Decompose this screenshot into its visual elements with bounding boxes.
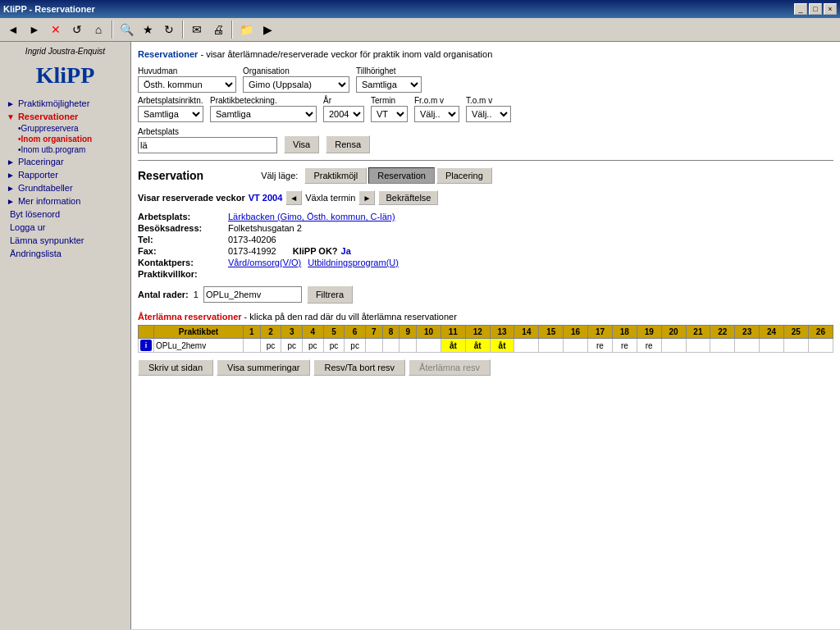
sidebar-item-praktikmojligheter[interactable]: ► Praktikmöjligheter — [3, 97, 127, 110]
cell-w4: pc — [303, 339, 324, 353]
sidebar: Ingrid Joustra-Enquist KliPP ► Praktikmö… — [0, 42, 131, 629]
kontaktpers-link1[interactable]: Vård/omsorg(V/O) — [228, 258, 301, 267]
select-from-v[interactable]: Välj.. — [414, 106, 459, 122]
reservation-button[interactable]: Reservation — [368, 167, 435, 184]
placering-button[interactable]: Placering — [436, 167, 492, 184]
label-ar: År — [323, 96, 364, 105]
arrow-icon-mer-information: ► — [7, 197, 15, 206]
toolbar: ◄ ► ✕ ↺ ⌂ 🔍 ★ ↻ ✉ 🖨 📁 ▶ — [0, 18, 840, 42]
th-w16: 16 — [564, 326, 588, 339]
select-organisation[interactable]: Gimo (Uppsala) — [243, 76, 349, 93]
select-arbetsplatsinriktn[interactable]: Samtliga — [138, 106, 203, 122]
page-title-bar: Reservationer - visar återlämnade/reserv… — [138, 48, 833, 60]
media-button[interactable]: ▶ — [258, 20, 277, 39]
termin-value: VT 2004 — [249, 193, 283, 203]
select-praktikbeteckning[interactable]: Samtliga — [210, 106, 317, 122]
cell-icon: i — [139, 339, 154, 353]
sidebar-item-logga-ur[interactable]: Logga ur — [3, 221, 127, 234]
kontaktpers-link2[interactable]: Utbildningsprogram(U) — [308, 258, 399, 267]
sidebar-item-inom-organisation[interactable]: Inom organisation — [15, 134, 127, 144]
select-huvudman[interactable]: Östh. kommun — [138, 76, 236, 93]
toolbar-separator — [112, 21, 113, 39]
visa-button[interactable]: Visa — [284, 135, 319, 153]
filter-group-ar: År 2004 — [323, 96, 364, 122]
refresh-button[interactable]: ↺ — [67, 20, 87, 39]
home-button[interactable]: ⌂ — [89, 20, 108, 39]
close-button[interactable]: × — [824, 3, 837, 15]
sidebar-item-rapporter[interactable]: ► Rapporter — [3, 168, 127, 181]
minimize-button[interactable]: _ — [794, 3, 807, 15]
cell-w23 — [735, 339, 760, 353]
sidebar-item-mer-information[interactable]: ► Mer information — [3, 194, 127, 208]
aterlamma-resv-button[interactable]: Återlämna resv — [409, 359, 491, 376]
skriv-ut-button[interactable]: Skriv ut sidan — [138, 359, 213, 376]
cell-w17: re — [588, 339, 613, 353]
th-w2: 2 — [260, 326, 281, 339]
forward-button[interactable]: ► — [25, 20, 44, 39]
favorites-button[interactable]: ★ — [138, 20, 158, 39]
input-arbetsplats[interactable] — [138, 137, 277, 153]
sidebar-label-rapporter: Rapporter — [18, 170, 58, 180]
label-tillhorighet: Tillhörighet — [356, 66, 422, 75]
stop-button[interactable]: ✕ — [46, 20, 66, 39]
filter-group-arbetsplats: Arbetsplats — [138, 127, 277, 153]
th-praktikbet: Praktikbet — [154, 326, 244, 339]
th-w4: 4 — [303, 326, 324, 339]
sidebar-label-reservationer: Reservationer — [18, 112, 78, 121]
filter-form-row2: Arbetsplatsinriktn. Samtliga Praktikbete… — [138, 96, 833, 122]
sidebar-item-lamna-synpunkter[interactable]: Lämna synpunkter — [3, 234, 127, 247]
visa-summeringar-button[interactable]: Visa summeringar — [217, 359, 310, 376]
select-tom-v[interactable]: Välj.. — [466, 106, 511, 122]
filtrera-button[interactable]: Filtrera — [307, 285, 353, 304]
select-ar[interactable]: 2004 — [323, 106, 364, 122]
folder-button[interactable]: 📁 — [236, 20, 256, 39]
cell-w16 — [564, 339, 588, 353]
maximize-button[interactable]: □ — [809, 3, 822, 15]
sidebar-item-andringslista[interactable]: Ändringslista — [3, 247, 127, 260]
cell-w8 — [382, 339, 399, 353]
select-termin[interactable]: VT — [371, 106, 408, 122]
sidebar-item-reservationer[interactable]: ▼ Reservationer — [3, 110, 127, 123]
next-term-button[interactable]: ► — [358, 190, 375, 205]
label-besoksadress: Besöksadress: — [138, 223, 228, 233]
rensa-button[interactable]: Rensa — [326, 135, 370, 153]
th-w18: 18 — [612, 326, 637, 339]
table-row[interactable]: i OPLu_2hemv pc pc pc pc pc åt åt åt — [139, 339, 833, 353]
sidebar-item-grundtabeller[interactable]: ► Grundtabeller — [3, 181, 127, 194]
filter-group-arbetsplatsinriktn: Arbetsplatsinriktn. Samtliga — [138, 96, 203, 122]
sidebar-label-byt-losenord: Byt lösenord — [10, 209, 60, 219]
th-w5: 5 — [323, 326, 345, 339]
resv-ta-bort-button[interactable]: Resv/Ta bort resv — [313, 359, 405, 376]
antal-rader-value: 1 — [194, 290, 199, 299]
label-kontaktpers: Kontaktpers: — [138, 258, 228, 267]
page-title-sub: - visar återlämnade/reserverade veckor f… — [198, 49, 492, 59]
search-button[interactable]: 🔍 — [116, 20, 136, 39]
sidebar-label-gruppreservera: Gruppreservera — [21, 124, 79, 133]
sidebar-item-placeringar[interactable]: ► Placeringar — [3, 155, 127, 168]
info-row-arbetsplats: Arbetsplats: Lärkbacken (Gimo, Östh. kom… — [138, 212, 833, 221]
info-row-fax: Fax: 0173-41992 KliPP OK? Ja — [138, 246, 833, 256]
bekraftelse-button[interactable]: Bekräftelse — [378, 190, 438, 205]
label-praktikbeteckning: Praktikbeteckning. — [210, 96, 317, 105]
cell-w20 — [661, 339, 686, 353]
history-button[interactable]: ↻ — [159, 20, 179, 39]
sidebar-item-byt-losenord[interactable]: Byt lösenord — [3, 208, 127, 221]
praktikmojl-button[interactable]: Praktikmöjl — [304, 167, 367, 184]
mail-button[interactable]: ✉ — [187, 20, 207, 39]
prev-term-button[interactable]: ◄ — [285, 190, 302, 205]
sidebar-label-grundtabeller: Grundtabeller — [18, 183, 73, 193]
window-title: KliPP - Reservationer — [3, 4, 95, 14]
laege-buttons: Praktikmöjl Reservation Placering — [304, 167, 491, 184]
print-button[interactable]: 🖨 — [208, 20, 228, 39]
back-button[interactable]: ◄ — [3, 20, 23, 39]
filter-input[interactable] — [203, 286, 302, 303]
arbetsplats-link[interactable]: Lärkbacken (Gimo, Östh. kommun, C-län) — [228, 212, 395, 221]
sidebar-item-inom-utb-program[interactable]: Inom utb.program — [15, 144, 127, 155]
sidebar-item-gruppreservera[interactable]: Gruppreservera — [15, 123, 127, 134]
select-tillhorighet[interactable]: Samtliga — [356, 76, 422, 93]
page-title-main: Reservationer — [138, 49, 198, 59]
arrow-icon-grundtabeller: ► — [7, 184, 15, 193]
th-w25: 25 — [783, 326, 808, 339]
toolbar-separator2 — [182, 21, 184, 39]
info-row-praktikvillkor: Praktikvillkor: — [138, 269, 833, 279]
